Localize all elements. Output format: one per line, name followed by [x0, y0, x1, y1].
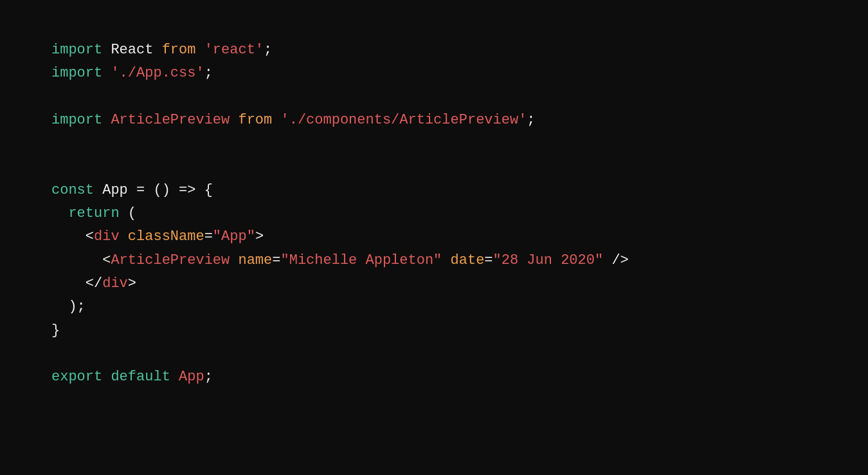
- code-token: [51, 252, 102, 268]
- code-token: ;: [264, 42, 272, 58]
- code-token: [51, 275, 86, 292]
- code-token: './App.css': [111, 65, 204, 81]
- code-token: name: [238, 252, 272, 268]
- code-token: [51, 228, 86, 245]
- code-token: [442, 252, 450, 268]
- code-line: const App = () => {: [51, 179, 817, 202]
- code-editor: import React from 'react';import './App.…: [0, 0, 868, 475]
- code-token: ;: [204, 369, 213, 385]
- code-token: "28 Jun 2020": [493, 252, 604, 268]
- code-token: const: [51, 182, 94, 198]
- code-token: default: [111, 369, 170, 385]
- code-token: 'react': [204, 42, 264, 58]
- code-token: import: [51, 65, 102, 81]
- code-line: </div>: [51, 272, 817, 295]
- code-token: div: [102, 275, 128, 292]
- code-token: "Michelle Appleton": [280, 252, 442, 268]
- code-token: "App": [213, 228, 255, 245]
- code-token: App = () => {: [94, 182, 213, 198]
- code-token: [120, 228, 128, 245]
- code-token: from: [162, 42, 196, 58]
- code-token: <: [86, 228, 94, 245]
- code-token: ;: [527, 112, 535, 128]
- code-token: [195, 42, 204, 58]
- code-line: <ArticlePreview name="Michelle Appleton"…: [51, 249, 817, 272]
- code-token: [230, 112, 238, 128]
- code-token: import: [51, 42, 102, 58]
- code-token: className: [128, 228, 204, 245]
- code-line: }: [51, 319, 817, 342]
- code-token: =: [484, 252, 493, 268]
- code-token: [102, 65, 111, 81]
- code-token: from: [238, 112, 272, 128]
- code-token: [170, 369, 179, 385]
- blank-line: [51, 342, 817, 366]
- code-token: [603, 252, 611, 268]
- code-token: ArticlePreview: [111, 252, 230, 268]
- code-token: [272, 112, 280, 128]
- code-line: import ArticlePreview from './components…: [51, 109, 817, 132]
- code-token: }: [51, 322, 60, 339]
- code-token: [51, 205, 68, 221]
- code-token: ;: [204, 65, 213, 81]
- code-token: =: [272, 252, 280, 268]
- code-token: [230, 252, 238, 268]
- code-token: export: [51, 369, 102, 385]
- code-token: App: [179, 369, 204, 385]
- code-line: import React from 'react';: [51, 39, 817, 62]
- code-token: date: [451, 252, 485, 268]
- blank-line: [51, 155, 817, 178]
- code-token: div: [94, 228, 120, 245]
- code-line: export default App;: [51, 366, 817, 389]
- code-token: React: [102, 42, 161, 58]
- code-token: >: [255, 228, 264, 245]
- code-token: import: [51, 112, 102, 128]
- code-line: <div className="App">: [51, 225, 817, 248]
- code-token: [102, 369, 111, 385]
- code-token: </: [86, 275, 102, 292]
- blank-line: [51, 132, 817, 155]
- code-token: './components/ArticlePreview': [280, 112, 527, 128]
- code-token: [102, 112, 111, 128]
- blank-line: [51, 86, 817, 109]
- code-line: import './App.css';: [51, 62, 817, 85]
- code-token: >: [128, 275, 136, 292]
- code-token: return: [68, 205, 119, 221]
- code-token: ArticlePreview: [111, 112, 230, 128]
- code-line: );: [51, 295, 817, 319]
- code-token: );: [51, 299, 86, 315]
- code-token: (: [120, 205, 136, 221]
- code-token: <: [102, 252, 111, 268]
- code-line: return (: [51, 202, 817, 225]
- code-token: />: [611, 252, 628, 268]
- code-token: =: [204, 228, 213, 245]
